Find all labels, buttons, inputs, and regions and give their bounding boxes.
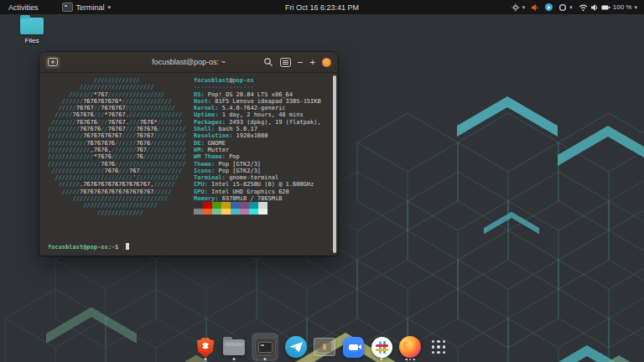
terminal-color-palette-row1	[194, 202, 321, 209]
slack-icon	[371, 337, 392, 358]
dock-item-show-applications[interactable]	[428, 333, 449, 361]
neofetch-ascii-art: ///////////// ///////////////////// ////…	[48, 77, 185, 216]
neofetch-info-line: Kernel: 5.4.0-7642-generic	[194, 105, 321, 111]
neofetch-info-line: Icons: Pop [GTK2/3]	[194, 168, 321, 174]
palette-swatch	[258, 202, 267, 209]
running-indicator	[264, 358, 267, 360]
menu-button[interactable]	[280, 58, 291, 67]
neofetch-info-line: GPU: Intel UHD Graphics 620	[194, 189, 321, 195]
activities-button[interactable]: Activities	[0, 0, 47, 14]
speaker-orange-icon	[531, 3, 539, 12]
brave-icon	[196, 337, 215, 358]
desktop-screen: Activities Terminal ▾ Fri Oct 16 6:23:41…	[0, 0, 644, 362]
dock-item-slack[interactable]	[371, 333, 392, 361]
neofetch-info-line: Terminal: gnome-terminal	[194, 174, 321, 181]
neofetch-info-line: CPU: Intel i5-8250U (8) @ 1.600GHz	[194, 181, 321, 188]
neofetch-info-line: Theme: Pop [GTK2/3]	[194, 161, 321, 168]
palette-swatch	[240, 202, 249, 209]
zoom-icon	[343, 337, 364, 358]
neofetch-info-line: DE: GNOME	[194, 140, 321, 147]
terminal-icon	[255, 338, 276, 356]
palette-swatch	[194, 202, 203, 209]
palette-swatch	[258, 209, 267, 215]
battery-percent: 100 %	[613, 3, 632, 11]
telegram-icon	[285, 336, 307, 358]
telegram-tray-icon[interactable]	[545, 3, 553, 11]
search-button[interactable]	[263, 57, 273, 67]
terminal-window: focusblast@pop-os: ~ − +	[39, 52, 338, 256]
chevron-down-icon: ▾	[634, 4, 637, 10]
neofetch-info-line: Shell: bash 5.0.17	[194, 126, 321, 132]
image-viewer-icon	[314, 338, 335, 356]
circle-indicator-icon	[558, 3, 567, 12]
maximize-button[interactable]: +	[309, 58, 315, 67]
new-tab-button[interactable]	[45, 56, 60, 69]
neofetch-info-line: OS: Pop!_OS 20.04 LTS x86_64	[194, 91, 321, 98]
palette-swatch	[194, 209, 203, 215]
hamburger-menu-icon	[280, 58, 291, 67]
palette-swatch	[240, 209, 249, 215]
neofetch-info-line: Memory: 6978MiB / 7865MiB	[194, 195, 321, 202]
palette-swatch	[231, 202, 240, 209]
volume-icon	[590, 3, 599, 12]
terminal-scrollbar[interactable]	[333, 75, 336, 253]
new-tab-icon	[48, 58, 58, 66]
dock	[0, 332, 644, 362]
circle-indicator[interactable]: ▾	[558, 3, 573, 12]
dock-item-firefox[interactable]	[399, 333, 421, 361]
palette-swatch	[249, 209, 258, 215]
speaker-indicator[interactable]	[531, 3, 539, 12]
desktop-icon-files[interactable]: Files	[11, 18, 53, 44]
palette-swatch	[249, 202, 258, 209]
chevron-down-icon: ▾	[522, 4, 526, 10]
chevron-down-icon: ▾	[569, 4, 573, 10]
app-menu-terminal[interactable]: Terminal ▾	[59, 0, 115, 14]
desktop-icon-label: Files	[11, 37, 53, 44]
wifi-icon	[579, 3, 588, 12]
system-tray: ▾ ▾	[508, 0, 641, 14]
running-indicator	[205, 358, 207, 360]
terminal-color-palette-row2	[194, 209, 321, 215]
dock-item-image-viewer[interactable]	[314, 333, 335, 361]
terminal-titlebar[interactable]: focusblast@pop-os: ~ − +	[39, 52, 338, 73]
close-button[interactable]	[322, 58, 331, 67]
neofetch-underline: -----------------	[194, 84, 321, 90]
neofetch-info-line: WM Theme: Pop	[194, 153, 321, 160]
shell-prompt: focusblast@pop-os:~$	[48, 243, 129, 251]
dock-item-brave[interactable]	[195, 333, 216, 361]
terminal-content[interactable]: ///////////// ///////////////////// ////…	[39, 73, 338, 256]
gear-indicator[interactable]: ▾	[512, 3, 526, 12]
running-indicator	[405, 359, 415, 361]
palette-swatch	[212, 209, 221, 215]
neofetch-info-line: WM: Mutter	[194, 147, 321, 153]
files-icon	[223, 339, 245, 355]
terminal-icon	[62, 3, 73, 12]
battery-icon	[601, 3, 610, 12]
neofetch-info-line: Resolution: 1920x1080	[194, 132, 321, 139]
neofetch-info-line: Uptime: 1 day, 2 hours, 48 mins	[194, 111, 321, 118]
palette-swatch	[203, 209, 212, 215]
minimize-button[interactable]: −	[298, 58, 304, 67]
top-bar: Activities Terminal ▾ Fri Oct 16 6:23:41…	[0, 0, 644, 14]
text-cursor	[126, 243, 130, 250]
neofetch-info-line: Packages: 2493 (dpkg), 19 (flatpak),	[194, 119, 321, 126]
neofetch-info-rows: OS: Pop!_OS 20.04 LTS x86_64Host: 81F5 L…	[194, 91, 321, 203]
palette-swatch	[212, 202, 221, 209]
dock-item-terminal[interactable]	[252, 333, 278, 361]
palette-swatch	[221, 202, 231, 209]
app-grid-icon	[432, 340, 446, 354]
folder-icon	[20, 18, 44, 34]
chevron-down-icon: ▾	[108, 4, 112, 10]
firefox-icon	[399, 336, 421, 358]
terminal-title: focusblast@pop-os: ~	[152, 58, 225, 66]
dock-item-files[interactable]	[223, 333, 245, 361]
neofetch-info-line: Host: 81F5 Lenovo ideapad 330S-15IKB	[194, 98, 321, 105]
clock[interactable]: Fri Oct 16 6:23:41 PM	[278, 0, 366, 14]
palette-swatch	[203, 202, 212, 209]
running-indicator	[233, 358, 236, 360]
search-icon	[263, 57, 273, 67]
app-menu-label: Terminal	[76, 3, 105, 12]
dock-item-telegram[interactable]	[285, 333, 307, 361]
status-menu[interactable]: 100 % ▾	[579, 3, 637, 12]
dock-item-zoom[interactable]	[342, 333, 364, 361]
